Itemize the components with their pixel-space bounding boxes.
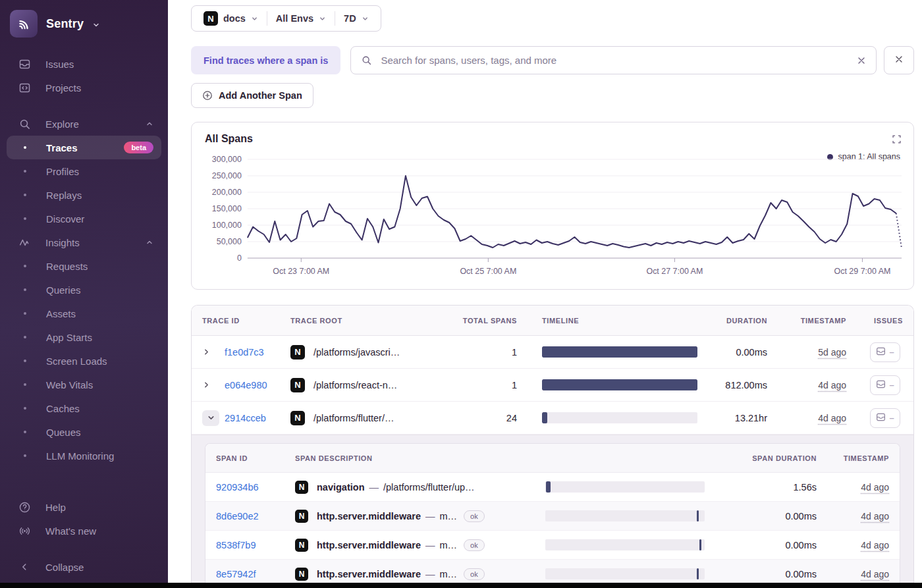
sidebar-item-discover[interactable]: Discover: [0, 207, 168, 230]
span-timestamp-link[interactable]: 4d ago: [861, 482, 889, 493]
sidebar-item-caches[interactable]: Caches: [0, 396, 168, 420]
y-axis-tick-label: 150,000: [212, 204, 242, 213]
chevron-down-icon: [319, 15, 326, 22]
sidebar-item-help[interactable]: Help: [0, 495, 168, 519]
column-header-timestamp: TIMESTAMP: [844, 454, 889, 462]
sidebar-item-app-starts[interactable]: App Starts: [0, 325, 168, 349]
span-id-link[interactable]: 8538f7b9: [216, 540, 295, 550]
project-filter[interactable]: N docs: [195, 11, 267, 26]
all-spans-line-chart[interactable]: 050,000100,000150,000200,000250,000300,0…: [192, 151, 913, 289]
sidebar-item-requests[interactable]: Requests: [0, 254, 168, 278]
trace-timestamp-link[interactable]: 4d ago: [818, 380, 846, 390]
beta-badge: beta: [124, 142, 153, 153]
sidebar-item-label: Replays: [46, 190, 82, 201]
sidebar-item-llm-monitoring[interactable]: LLM Monitoring: [0, 444, 168, 468]
sidebar-section-insights[interactable]: Insights: [0, 230, 168, 254]
expand-trace-button[interactable]: [202, 348, 225, 356]
timeline-track: [545, 481, 705, 493]
sidebar-item-traces[interactable]: Tracesbeta: [7, 136, 161, 159]
bullet-icon: [24, 407, 26, 410]
series-line-incomplete: [896, 213, 902, 248]
span-description-text: m…: [439, 569, 457, 579]
add-another-span-button[interactable]: Add Another Span: [191, 83, 313, 108]
remove-span-condition-button[interactable]: [884, 46, 914, 74]
span-operation: http.server.middleware: [317, 511, 421, 521]
broadcast-icon: [18, 525, 31, 537]
sidebar-item-assets[interactable]: Assets: [0, 302, 168, 325]
timeline-track: [545, 510, 705, 521]
sidebar-item-projects[interactable]: Projects: [0, 76, 168, 99]
sidebar-item-screen-loads[interactable]: Screen Loads: [0, 349, 168, 373]
span-id-link[interactable]: 8d6e90e2: [216, 511, 295, 521]
span-timestamp-link[interactable]: 4d ago: [861, 569, 889, 579]
column-header-trace-id: TRACE ID: [202, 317, 290, 325]
sidebar-item-profiles[interactable]: Profiles: [0, 159, 168, 183]
environment-filter[interactable]: All Envs: [267, 13, 335, 24]
trace-issues-button[interactable]: –: [870, 375, 900, 395]
span-search-input[interactable]: [379, 54, 850, 67]
column-header-span-id: SPAN ID: [216, 454, 295, 462]
bullet-icon: [24, 360, 26, 362]
span-duration-value: 0.00ms: [785, 569, 817, 579]
span-operation: http.server.middleware: [317, 569, 421, 579]
x-axis-tick-label: Oct 27 7:00 AM: [646, 267, 703, 276]
pulse-icon: [18, 236, 31, 249]
all-spans-chart-panel: All Spans span 1: All spans 050,000100,0…: [191, 122, 914, 290]
timeline-track: [542, 412, 697, 423]
trace-id-link[interactable]: 2914cceb: [225, 413, 290, 423]
no-issues-dash: –: [889, 413, 894, 423]
nextjs-project-icon: N: [203, 11, 218, 26]
sidebar-item-queries[interactable]: Queries: [0, 278, 168, 302]
span-id-link[interactable]: 920934b6: [216, 482, 295, 493]
trace-timestamp-link[interactable]: 4d ago: [818, 413, 846, 423]
collapse-trace-button[interactable]: [202, 410, 219, 426]
bullet-icon: [24, 265, 26, 267]
span-timestamp-link[interactable]: 4d ago: [861, 540, 889, 550]
span-duration-value: 0.00ms: [785, 511, 817, 521]
timeline-cell-inner: [545, 568, 705, 579]
trace-issues-button[interactable]: –: [870, 408, 900, 428]
sidebar: Sentry IssuesProjectsExploreTracesbetaPr…: [0, 0, 168, 588]
x-axis-tick-label: Oct 25 7:00 AM: [460, 267, 516, 276]
add-another-span-label: Add Another Span: [219, 90, 302, 101]
sidebar-item-issues[interactable]: Issues: [0, 52, 168, 76]
trace-issues-button[interactable]: –: [870, 342, 900, 362]
expand-trace-button[interactable]: [202, 381, 225, 389]
expand-chart-button[interactable]: [892, 134, 902, 147]
timeline-bar: [697, 510, 699, 521]
sidebar-item-label: Queues: [46, 427, 81, 438]
clear-search-icon[interactable]: [857, 56, 866, 65]
trace-root-cell: N/platforms/javascri…: [290, 345, 451, 360]
separator-dash: —: [369, 482, 379, 493]
sidebar-section-explore[interactable]: Explore: [0, 112, 168, 136]
trace-id-link[interactable]: f1e0d7c3: [225, 347, 290, 358]
span-timeline: [540, 539, 738, 550]
timeline-cell-inner: [542, 346, 697, 358]
expanded-trace-section: SPAN IDSPAN DESCRIPTIONSPAN DURATIONTIME…: [192, 435, 913, 588]
trace-root-text: /platforms/javascri…: [313, 347, 400, 358]
sidebar-item-label: App Starts: [46, 332, 92, 343]
sidebar-section-label: Insights: [45, 237, 80, 248]
sidebar-item-queues[interactable]: Queues: [0, 420, 168, 444]
chevron-left-icon: [18, 562, 31, 572]
separator-dash: —: [425, 569, 435, 579]
trace-timestamp-link[interactable]: 5d ago: [818, 347, 846, 358]
column-header-total-spans: TOTAL SPANS: [463, 317, 517, 325]
column-header-timeline: TIMELINE: [517, 317, 701, 325]
span-id-link[interactable]: 8e57942f: [216, 569, 295, 579]
span-timestamp-link[interactable]: 4d ago: [861, 511, 889, 521]
trace-table-row: e064e980N/platforms/react-n…1812.00ms4d …: [192, 369, 913, 402]
timeline-cell-inner: [545, 539, 705, 550]
date-range-filter[interactable]: 7D: [335, 13, 377, 24]
separator-dash: —: [425, 540, 435, 550]
trace-id-link[interactable]: e064e980: [225, 380, 290, 390]
main-content: N docs All Envs 7D Find traces where a s…: [168, 0, 922, 588]
org-switcher[interactable]: Sentry: [0, 0, 168, 47]
span-operation: http.server.middleware: [317, 540, 421, 550]
sidebar-item-replays[interactable]: Replays: [0, 183, 168, 207]
trace-table-row: f1e0d7c3N/platforms/javascri…10.00ms5d a…: [192, 336, 913, 369]
sidebar-item-web-vitals[interactable]: Web Vitals: [0, 373, 168, 396]
sidebar-collapse-button[interactable]: Collapse: [0, 555, 168, 579]
span-description-text: m…: [439, 540, 457, 550]
sidebar-item-whats-new[interactable]: What's new: [0, 519, 168, 543]
